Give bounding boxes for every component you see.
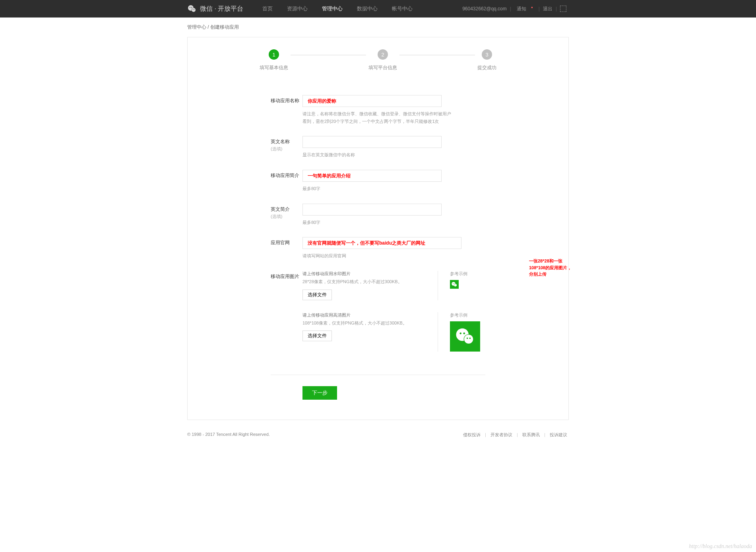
en-name-sublabel: (选填) — [271, 146, 302, 152]
upload-large-button[interactable]: 选择文件 — [302, 330, 332, 341]
website-label: 应用官网 — [271, 237, 302, 260]
en-name-hint: 显示在英文版微信中的名称 — [302, 151, 454, 159]
step-3-label: 提交成功 — [477, 64, 496, 71]
upload-large-desc: 108*108像素，仅支持PNG格式，大小不超过300KB。 — [302, 320, 430, 327]
footer-link-feedback[interactable]: 投诉建议 — [550, 432, 567, 437]
svg-point-10 — [453, 283, 453, 284]
footer: © 1998 - 2017 Tencent All Right Reserved… — [187, 432, 569, 438]
app-name-label: 移动应用名称 — [271, 95, 302, 125]
main-card: 1 填写基本信息 2 填写平台信息 3 提交成功 移动应用名称 请注意，名称将在… — [187, 37, 569, 420]
images-label: 移动应用图片 — [271, 271, 302, 363]
image-annotation: 一张28*28和一张108*108的应用图片，分别上传 — [529, 258, 573, 278]
upload-small-button[interactable]: 选择文件 — [302, 290, 332, 300]
en-name-input[interactable] — [302, 136, 442, 148]
app-name-input[interactable] — [302, 95, 442, 107]
app-name-hint: 请注意，名称将在微信分享、微信收藏、微信登录、微信支付等操作时被用户看到，需在2… — [302, 110, 454, 125]
nav-data[interactable]: 数据中心 — [350, 0, 385, 17]
svg-point-20 — [469, 337, 471, 339]
svg-point-4 — [191, 7, 192, 8]
example-large-icon — [450, 321, 480, 352]
copyright: © 1998 - 2017 Tencent All Right Reserved… — [187, 432, 270, 438]
footer-link-agreement[interactable]: 开发者协议 — [490, 432, 512, 437]
logo-text: 微信 · 开放平台 — [200, 5, 243, 13]
svg-point-17 — [460, 332, 462, 334]
notification-dot-icon: ● — [531, 6, 533, 9]
footer-link-complaint[interactable]: 侵权投诉 — [463, 432, 481, 437]
svg-point-19 — [467, 337, 468, 339]
nav-home[interactable]: 首页 — [255, 0, 280, 17]
en-desc-hint: 最多80字 — [302, 219, 454, 226]
example-large-label: 参考示例 — [450, 312, 485, 318]
upload-large-title: 请上传移动应用高清图片 — [302, 312, 430, 318]
svg-point-9 — [454, 284, 457, 287]
step-1-circle: 1 — [269, 49, 279, 60]
svg-point-11 — [454, 283, 454, 284]
app-desc-hint: 最多80字 — [302, 185, 454, 192]
logo-area[interactable]: 微信 · 开放平台 — [187, 4, 243, 14]
step-indicator: 1 填写基本信息 2 填写平台信息 3 提交成功 — [188, 49, 568, 95]
notify-link[interactable]: 通知● — [514, 6, 535, 12]
user-email[interactable]: 960432662@qq.com — [462, 6, 507, 12]
top-header: 微信 · 开放平台 首页 资源中心 管理中心 数据中心 帐号中心 9604326… — [0, 0, 756, 17]
en-desc-sublabel: (选填) — [271, 214, 302, 220]
nav-account[interactable]: 帐号中心 — [385, 0, 420, 17]
upload-small-desc: 28*28像素，仅支持PNG格式，大小不超过300KB。 — [302, 278, 430, 286]
svg-point-13 — [456, 285, 456, 285]
nav-manage[interactable]: 管理中心 — [315, 0, 350, 17]
main-nav: 首页 资源中心 管理中心 数据中心 帐号中心 — [255, 0, 460, 17]
logout-link[interactable]: 退出 — [543, 6, 552, 12]
example-small-icon — [450, 280, 459, 289]
upload-small-title: 请上传移动应用水印图片 — [302, 271, 430, 277]
footer-link-contact[interactable]: 联系腾讯 — [522, 432, 540, 437]
website-input[interactable] — [302, 237, 461, 249]
wechat-logo-icon — [187, 4, 197, 14]
qr-icon[interactable] — [560, 6, 566, 12]
en-name-label: 英文名称 — [271, 138, 302, 145]
nav-resources[interactable]: 资源中心 — [280, 0, 315, 17]
step-2-label: 填写平台信息 — [368, 64, 397, 71]
app-desc-label: 移动应用简介 — [271, 170, 302, 192]
svg-point-18 — [463, 332, 465, 334]
svg-point-6 — [194, 9, 195, 10]
step-2-circle: 2 — [378, 49, 388, 60]
svg-point-12 — [455, 285, 455, 285]
example-small-label: 参考示例 — [450, 271, 485, 277]
next-button[interactable]: 下一步 — [302, 386, 337, 400]
svg-point-3 — [190, 7, 190, 8]
website-hint: 请填写网站的应用官网 — [302, 252, 454, 260]
breadcrumb: 管理中心 / 创建移动应用 — [187, 17, 569, 37]
svg-point-2 — [192, 8, 196, 12]
en-desc-input[interactable] — [302, 204, 442, 216]
en-desc-label: 英文简介 — [271, 206, 302, 213]
step-3-circle: 3 — [482, 49, 492, 60]
svg-point-5 — [193, 9, 194, 10]
app-desc-input[interactable] — [302, 170, 442, 182]
svg-point-16 — [464, 334, 473, 344]
step-1-label: 填写基本信息 — [260, 64, 288, 71]
